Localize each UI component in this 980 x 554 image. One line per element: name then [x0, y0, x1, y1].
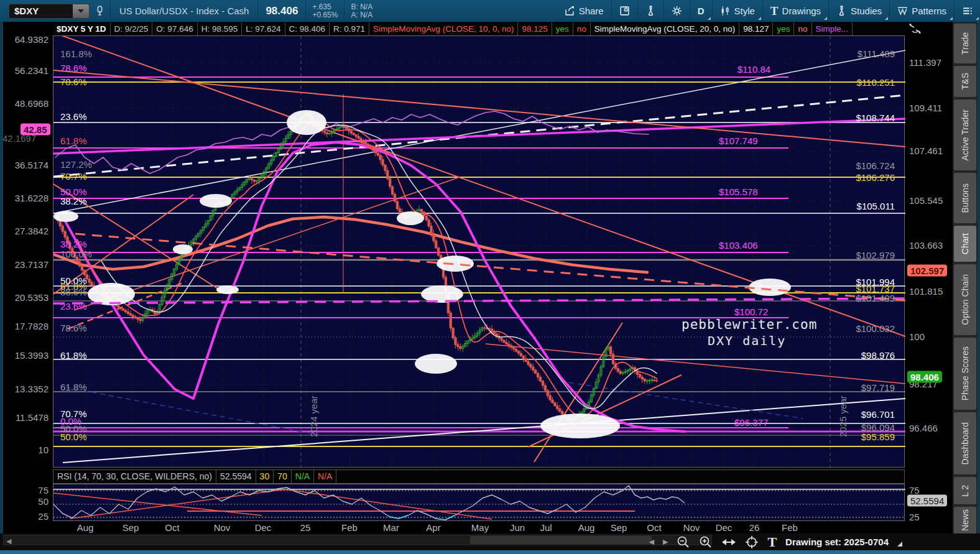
text-tool-icon[interactable]: T: [767, 534, 777, 550]
candle-body: [328, 133, 330, 134]
drawing-set-label[interactable]: Drawing set: 2025-0704: [785, 537, 889, 547]
header-segment: yes: [773, 22, 794, 35]
horizontal-scrollbar[interactable]: ◀: [3, 535, 712, 545]
sidebar-tab-t-s[interactable]: T&S: [954, 66, 976, 97]
window-right-edge: [978, 22, 980, 550]
fib-level-label: 161.8%: [60, 48, 92, 59]
time-axis[interactable]: AugSepOctNovDec25FebMarAprMayJunJulAugSe…: [53, 521, 905, 533]
time-axis-month: Feb: [341, 522, 358, 533]
share-button[interactable]: Share: [557, 0, 611, 22]
symbol-value[interactable]: $DXY: [9, 6, 73, 16]
last-price: 98.406: [258, 5, 305, 17]
annotation-ellipse: [397, 211, 424, 225]
symbol-input[interactable]: $DXY: [9, 4, 90, 19]
page-right-icon[interactable]: ▶: [663, 538, 668, 546]
rsi-oversold-segment: [436, 519, 445, 520]
candle-body: [425, 216, 427, 220]
time-axis-month: Aug: [77, 522, 94, 533]
header-segment: 30: [256, 470, 274, 483]
rsi-left-tick: 75: [0, 485, 49, 496]
rsi-left-tick: 50: [0, 496, 49, 507]
patterns-button[interactable]: Patterns: [890, 0, 954, 22]
top-toolbar: $DXY US Dollar/USDX - Index - Cash 98.40…: [0, 0, 980, 22]
chevron-down-icon: [78, 9, 84, 13]
header-segment: no: [794, 22, 811, 35]
candle-body: [435, 241, 437, 248]
candle-body: [544, 385, 546, 390]
right-axis-tick: 107.461: [909, 145, 943, 156]
sidebar-tab-phase-scores[interactable]: Phase Scores: [954, 338, 976, 410]
sidebar-tab-dashboard[interactable]: Dashboard: [954, 412, 976, 474]
price-target-label: $108.744: [856, 113, 895, 123]
candle-body: [430, 226, 432, 234]
price-target-label: $107.749: [719, 136, 758, 146]
analyze-flask-button[interactable]: [638, 0, 663, 22]
drawings-label: Drawings: [782, 6, 821, 16]
resize-corner-icon[interactable]: [897, 542, 902, 547]
thinkorswim-window: $DXY US Dollar/USDX - Index - Cash 98.40…: [0, 0, 980, 554]
zoom-in-icon[interactable]: [699, 535, 713, 549]
candle-body: [253, 180, 255, 181]
settings-gear-button[interactable]: [664, 0, 690, 22]
fit-width-icon[interactable]: [721, 537, 736, 548]
right-axis-tick: 103.663: [909, 240, 943, 251]
trendline: [53, 50, 905, 213]
candle-body: [522, 356, 524, 359]
candle-body: [323, 131, 325, 132]
header-segment: Simple...: [812, 22, 853, 35]
chart-grabber-icon[interactable]: [908, 22, 922, 35]
price-target-label: $105.578: [719, 187, 758, 197]
sidebar-tab-label: News: [960, 509, 970, 531]
change-percent: +0.65%: [312, 11, 338, 19]
watermark-site: pebblewriter.com: [682, 317, 817, 332]
price-chart[interactable]: 161.8%78.6%78.6%23.6%61.8%127.2%70.7%50.…: [53, 35, 905, 468]
trendline: [560, 381, 803, 418]
price-target-label: $105.011: [857, 201, 895, 211]
status-bar: ◀ ◀ ▶ T Drawing set: 2025-0704: [0, 533, 980, 550]
candle-body: [649, 381, 650, 381]
annotation-ellipse: [287, 110, 326, 135]
sidebar-tab-news[interactable]: News: [954, 507, 976, 534]
candle-body: [547, 390, 548, 395]
rsi-panel[interactable]: [53, 484, 905, 521]
sidebar-tab-chart[interactable]: Chart: [954, 226, 976, 262]
price-target-label: $97.719: [861, 382, 895, 393]
candle-body: [355, 135, 357, 137]
annotation-ellipse: [749, 279, 791, 296]
drawings-button[interactable]: T Drawings: [763, 0, 828, 22]
sidebar-tab-buttons[interactable]: Buttons: [954, 173, 976, 223]
candle-body: [527, 361, 529, 364]
price-target-label: $106.276: [856, 172, 895, 183]
candle-body: [256, 181, 257, 182]
zoom-out-icon[interactable]: [677, 535, 690, 549]
notes-button[interactable]: [612, 0, 637, 22]
time-axis-month: 26: [749, 522, 760, 533]
scrollbar-thumb[interactable]: [470, 536, 652, 544]
style-button[interactable]: Style: [713, 0, 762, 22]
sidebar-tab-option-chain[interactable]: Option Chain: [954, 264, 976, 335]
fib-level-label: 38.2%: [60, 196, 87, 206]
dropdown-corner-icon: [708, 17, 711, 20]
link-icon[interactable]: [95, 6, 105, 16]
candle-body: [452, 328, 454, 338]
left-axis-tick: 27.3842: [0, 226, 49, 236]
grid-menu-button[interactable]: [955, 0, 980, 22]
symbol-dropdown-button[interactable]: [73, 4, 89, 18]
studies-button[interactable]: Studies: [829, 0, 889, 22]
price-target-label: $100.72: [734, 307, 768, 317]
candle-body: [379, 155, 381, 160]
price-target-label: $102.979: [856, 250, 895, 261]
timeframe-button[interactable]: D: [690, 0, 712, 22]
header-segment: SimpleMovingAvg (CLOSE, 10, 0, no): [369, 22, 518, 35]
sidebar-tab-trade[interactable]: Trade: [954, 24, 976, 63]
crosshair-icon[interactable]: [745, 535, 759, 549]
sidebar-tab-active-trader[interactable]: Active Trader: [954, 99, 976, 170]
price-target-label: $96.377: [734, 417, 768, 428]
sidebar-tab-l-2[interactable]: L 2: [954, 477, 976, 504]
scroll-left-icon[interactable]: ◀: [6, 537, 11, 545]
page-left-icon[interactable]: ◀: [649, 538, 654, 546]
time-axis-month: Dec: [716, 522, 733, 533]
candle-body: [428, 220, 430, 226]
candle-body: [360, 138, 362, 140]
rsi-line: [53, 486, 685, 520]
